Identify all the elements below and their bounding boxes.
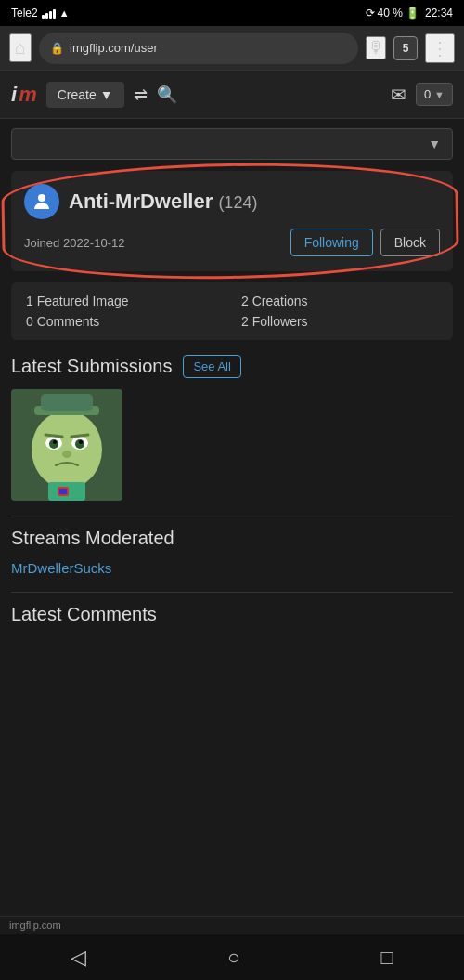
url-bar[interactable]: 🔒 imgflip.com/user	[39, 33, 358, 64]
recents-button[interactable]: □	[363, 938, 412, 977]
svg-line-12	[71, 435, 88, 437]
stats-box: 1 Featured Image 2 Creations 0 Comments …	[11, 282, 453, 340]
stat-comments: 0 Comments	[26, 314, 223, 329]
comments-section: Latest Comments	[11, 604, 453, 625]
carrier-label: Tele2	[11, 7, 38, 20]
tabs-count: 5	[403, 42, 409, 55]
notification-button[interactable]: 0 ▼	[416, 83, 453, 106]
create-dropdown-icon: ▼	[100, 87, 113, 102]
microphone-button[interactable]: 🎙	[366, 36, 386, 59]
block-button[interactable]: Block	[380, 229, 440, 256]
svg-line-11	[45, 435, 62, 437]
comments-title: Latest Comments	[11, 604, 157, 625]
browser-bar: ⌂ 🔒 imgflip.com/user 🎙 5 ⋮	[0, 26, 464, 71]
imgflip-logo[interactable]: i m	[11, 83, 37, 107]
page-content: ▼ Anti-MrDweller (124) Joined 2022-10-12…	[0, 119, 464, 649]
wifi-icon: ▲	[59, 7, 70, 19]
stat-followers: 2 Followers	[241, 314, 438, 329]
svg-point-10	[79, 440, 83, 444]
more-options-button[interactable]: ⋮	[425, 33, 455, 63]
home-button[interactable]: ○	[209, 938, 258, 977]
svg-point-0	[38, 194, 45, 202]
status-bar: Tele2 ▲ ⟳ 40 % 🔋 22:34	[0, 0, 464, 26]
create-label: Create	[58, 87, 97, 102]
battery-indicator: ⟳ 40 % 🔋	[366, 7, 419, 20]
logo-letter-i: i	[11, 83, 17, 107]
notification-dropdown-icon: ▼	[434, 89, 445, 100]
stats-grid: 1 Featured Image 2 Creations 0 Comments …	[26, 294, 438, 329]
bottom-navigation: ◁ ○ □	[0, 934, 464, 980]
comments-header: Latest Comments	[11, 604, 453, 625]
shuffle-icon[interactable]: ⇌	[134, 85, 148, 105]
tabs-button[interactable]: 5	[393, 36, 418, 60]
status-left: Tele2 ▲	[11, 7, 70, 20]
time-display: 22:34	[425, 7, 453, 20]
logo-letter-m: m	[19, 83, 37, 107]
mail-icon[interactable]: ✉	[391, 84, 406, 106]
site-header: i m Create ▼ ⇌ 🔍 ✉ 0 ▼	[0, 71, 464, 119]
submissions-title: Latest Submissions	[11, 356, 172, 377]
svg-point-2	[32, 411, 102, 489]
stat-creations: 2 Creations	[241, 294, 438, 308]
status-right: ⟳ 40 % 🔋 22:34	[366, 7, 453, 20]
streams-header: Streams Moderated	[11, 528, 453, 549]
battery-shape: 🔋	[406, 7, 419, 20]
user-profile-card: Anti-MrDweller (124) Joined 2022-10-12 F…	[11, 171, 453, 271]
notification-count: 0	[424, 87, 431, 101]
see-all-button[interactable]: See All	[183, 355, 240, 378]
bottom-url-display: imgflip.com	[0, 916, 464, 934]
battery-percent: 40 %	[378, 7, 403, 20]
svg-point-9	[53, 440, 57, 444]
user-post-count: (124)	[218, 193, 257, 212]
avatar-icon	[31, 190, 53, 213]
divider-1	[11, 516, 453, 516]
following-button[interactable]: Following	[290, 229, 373, 256]
join-date: Joined 2022-10-12	[24, 236, 124, 250]
browser-home-button[interactable]: ⌂	[9, 33, 32, 62]
highlight-oval	[1, 160, 459, 283]
streams-section: Streams Moderated MrDwellerSucks	[11, 528, 453, 577]
action-buttons: Following Block	[290, 229, 440, 256]
svg-rect-4	[41, 394, 93, 411]
stream-link[interactable]: MrDwellerSucks	[11, 560, 111, 576]
avatar	[24, 184, 59, 219]
streams-title: Streams Moderated	[11, 528, 174, 549]
user-info-row: Anti-MrDweller (124)	[24, 184, 440, 219]
filter-dropdown[interactable]: ▼	[11, 128, 453, 160]
url-text: imgflip.com/user	[70, 41, 347, 55]
submissions-header: Latest Submissions See All	[11, 355, 453, 378]
back-button[interactable]: ◁	[52, 938, 105, 977]
create-button[interactable]: Create ▼	[46, 82, 124, 108]
signal-bars	[42, 7, 56, 19]
divider-2	[11, 592, 453, 593]
filter-dropdown-icon: ▼	[428, 137, 441, 151]
svg-point-13	[62, 451, 71, 458]
search-icon[interactable]: 🔍	[157, 85, 177, 105]
lock-icon: 🔒	[50, 42, 64, 55]
stat-featured-images: 1 Featured Image	[26, 294, 223, 308]
rotate-icon: ⟳	[366, 7, 375, 20]
user-actions-row: Joined 2022-10-12 Following Block	[24, 229, 440, 256]
submission-thumbnail[interactable]	[11, 389, 122, 501]
bottom-url-text: imgflip.com	[9, 920, 61, 931]
username: Anti-MrDweller (124)	[69, 189, 257, 214]
submission-image	[11, 389, 122, 501]
svg-rect-16	[59, 489, 67, 494]
